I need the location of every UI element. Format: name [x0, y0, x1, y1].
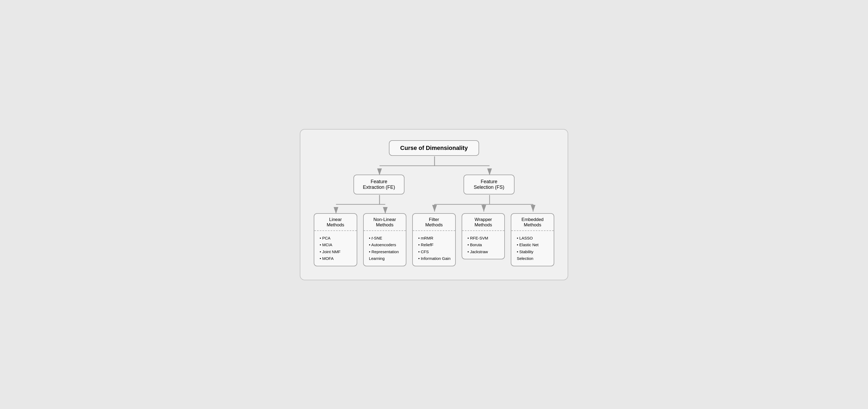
list-item: t-SNE	[369, 235, 402, 242]
list-item: Autoencoders	[369, 241, 402, 248]
root-label: Curse of Dimensionality	[400, 144, 468, 151]
list-item: Elastic Net	[517, 241, 550, 248]
list-item: ReliefF	[418, 241, 452, 248]
leaves-row: LinearMethods PCA MCIA Joint NMF MOFA No…	[314, 213, 554, 266]
embedded-divider	[511, 230, 554, 231]
node-nonlinear: Non-LinearMethods t-SNE Autoencoders Rep…	[363, 213, 407, 266]
list-item: mRMR	[418, 235, 452, 242]
linear-title: LinearMethods	[314, 214, 357, 230]
root-node: Curse of Dimensionality	[389, 140, 479, 156]
nonlinear-items: t-SNE Autoencoders Representation Learni…	[364, 233, 406, 266]
list-item: PCA	[320, 235, 353, 242]
node-embedded: EmbeddedMethods LASSO Elastic Net Stabil…	[511, 213, 554, 266]
root-row: Curse of Dimensionality	[314, 140, 554, 156]
wrapper-title: WrapperMethods	[462, 214, 504, 230]
list-item: Jackstraw	[468, 248, 501, 255]
list-item: Information Gain	[418, 255, 452, 262]
spacer-mid-leaf	[314, 195, 554, 213]
embedded-items: LASSO Elastic Net Stability Selection	[511, 233, 554, 266]
linear-items: PCA MCIA Joint NMF MOFA	[314, 233, 357, 266]
node-linear: LinearMethods PCA MCIA Joint NMF MOFA	[314, 213, 357, 266]
fe-label: FeatureExtraction (FE)	[363, 179, 395, 190]
list-item: Joint NMF	[320, 248, 353, 255]
spacer-root-mid	[314, 156, 554, 175]
list-item: CFS	[418, 248, 452, 255]
fs-label: FeatureSelection (FS)	[474, 179, 504, 190]
linear-divider	[314, 230, 357, 231]
mid-row: FeatureExtraction (FE) FeatureSelection …	[314, 175, 554, 195]
list-item: Boruta	[468, 241, 501, 248]
diagram-container: Curse of Dimensionality FeatureExtractio…	[300, 129, 568, 280]
list-item: RFE-SVM	[468, 235, 501, 242]
filter-items: mRMR ReliefF CFS Information Gain	[413, 233, 455, 266]
filter-title: FilterMethods	[413, 214, 455, 230]
list-item: LASSO	[517, 235, 550, 242]
node-wrapper: WrapperMethods RFE-SVM Boruta Jackstraw	[462, 213, 505, 260]
node-fs: FeatureSelection (FS)	[464, 175, 515, 195]
node-filter: FilterMethods mRMR ReliefF CFS Informati…	[412, 213, 456, 266]
list-item: MCIA	[320, 241, 353, 248]
wrapper-items: RFE-SVM Boruta Jackstraw	[462, 233, 504, 259]
nonlinear-title: Non-LinearMethods	[364, 214, 406, 230]
list-item: MOFA	[320, 255, 353, 262]
wrapper-divider	[462, 230, 504, 231]
node-fe: FeatureExtraction (FE)	[353, 175, 404, 195]
nonlinear-divider	[364, 230, 406, 231]
embedded-title: EmbeddedMethods	[511, 214, 554, 230]
list-item: Representation Learning	[369, 248, 402, 262]
filter-divider	[413, 230, 455, 231]
list-item: Stability Selection	[517, 248, 550, 262]
